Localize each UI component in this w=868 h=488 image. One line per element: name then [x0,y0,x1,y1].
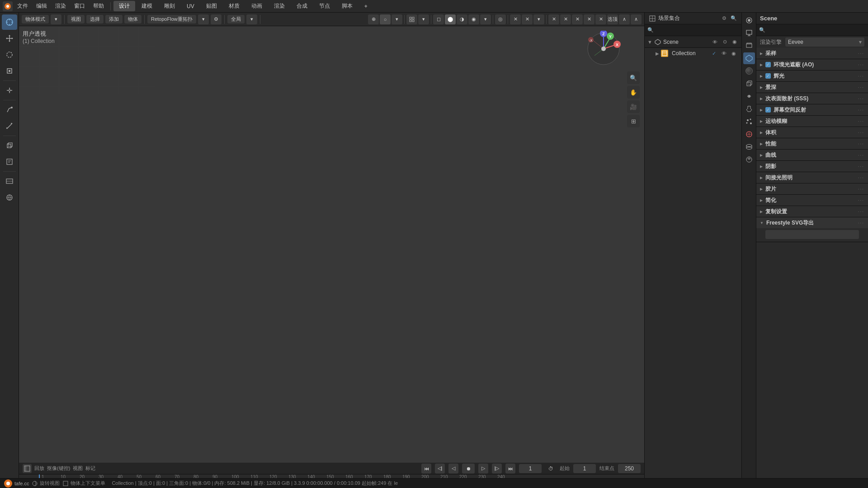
visibility-1[interactable]: ✕ [560,14,571,24]
viewport-mode-selector[interactable]: 物体模式 [22,15,49,23]
menu-edit[interactable]: 编辑 [33,1,51,11]
visibility-3[interactable]: ✕ [584,14,594,24]
section-film-header[interactable]: ▶ 胶片 ··· [756,183,868,194]
viewport-xray[interactable]: ◎ [495,14,506,24]
vp-grab[interactable]: ✋ [627,86,640,99]
tl-play-stop[interactable]: ⏺ [462,464,475,474]
render-engine-selector[interactable]: Eevee ▾ [785,38,864,47]
tool-move[interactable] [2,31,17,46]
section-curves-header[interactable]: ▶ 曲线 ··· [756,150,868,160]
viewport-object-menu[interactable]: 物体 [124,15,142,23]
visibility-4[interactable]: ✕ [595,14,606,24]
menu-window[interactable]: 窗口 [71,1,89,11]
tab-render-tab[interactable]: 渲染 [269,1,290,11]
tl-prev-keyframe[interactable]: ◁| [435,464,445,474]
scene-render[interactable]: ◉ [731,38,739,46]
menu-file[interactable]: 文件 [14,1,32,11]
section-volumetrics-header[interactable]: ▶ 体积 ··· [756,127,868,138]
select-top-btn[interactable]: 选顶 [607,14,618,24]
overlay-arrow[interactable]: ▾ [533,14,544,24]
viewport-snap-to-cursor[interactable]: ⊕ [368,14,379,24]
section-bloom-header[interactable]: ▶ ✓ 辉光 ··· [756,70,868,81]
prop-icon-data[interactable] [743,141,755,153]
prop-icon-modifiers[interactable] [743,103,755,115]
tool-measure[interactable] [2,118,17,134]
shading-solid[interactable]: ⬤ [445,14,456,24]
tab-uv[interactable]: UV [181,2,200,11]
tl-jump-start[interactable]: ⏮ [421,464,431,474]
global-selector[interactable]: 全局 [227,15,245,23]
vp-grid[interactable]: ⊞ [627,115,640,127]
current-frame-field[interactable]: 1 [519,464,542,473]
properties-search-input[interactable] [767,27,865,33]
timeline-keying-label[interactable]: 抠像(键控) [47,465,70,472]
overlay-toggle[interactable]: ✕ [522,14,533,24]
section-ssr-header[interactable]: ▶ ✓ 屏幕空间反射 ··· [756,104,868,115]
tool-cursor[interactable] [2,14,17,30]
vp-camera[interactable]: 🎥 [627,100,640,113]
blender-logo[interactable] [3,1,13,11]
tab-sculpt[interactable]: 雕刻 [159,1,180,11]
section-sampling-header[interactable]: ▶ 采样 ··· [756,48,868,59]
viewport-snap-arrow[interactable]: ▾ [418,14,429,24]
prop-icon-constraints[interactable] [743,90,755,102]
viewport-mode-arrow[interactable]: ▾ [51,14,61,24]
section-dof-header[interactable]: ▶ 景深 ··· [756,82,868,93]
collection-visibility[interactable]: ✓ [710,49,718,57]
viewport-proportional[interactable]: ○ [380,14,391,24]
tool-extra[interactable] [2,190,17,205]
viewport-view-menu[interactable]: 视图 [67,15,85,23]
tab-add[interactable]: + [359,2,373,11]
timeline-view-label[interactable]: 视图 [73,465,83,472]
scene-visibility-eye[interactable]: 👁 [711,38,719,46]
viewport-snap[interactable] [406,14,417,24]
shading-arrow[interactable]: ▾ [480,14,491,24]
shading-lpe[interactable]: ◑ [457,14,467,24]
retopo-settings[interactable]: ⚙ [211,14,222,24]
tl-end-frame[interactable]: 250 [618,464,641,473]
outliner-search-input[interactable] [654,28,739,33]
global-arrow[interactable]: ▾ [246,14,257,24]
navigation-gizmo[interactable]: X Y Z -X [585,31,622,67]
timeline-marker-label[interactable]: 标记 [85,465,95,472]
collection-item[interactable]: ▶ Collection ✓ 👁 ◉ [645,48,741,59]
tool-note[interactable] [2,154,17,169]
retopo-arrow[interactable]: ▾ [198,14,209,24]
tl-next-frame[interactable]: ▷ [478,464,488,474]
prop-icon-output[interactable] [743,27,755,39]
timeline-mode-icon[interactable] [23,464,32,473]
tl-next-keyframe[interactable]: |▷ [492,464,502,474]
section-freestyle-header[interactable]: ▼ Freestyle SVG导出 ··· [756,217,868,228]
section-ao-checkbox[interactable]: ✓ [765,62,771,67]
visibility-filter[interactable]: ✕ [548,14,559,24]
tl-start-frame[interactable]: 1 [573,464,596,473]
menu-help[interactable]: 帮助 [90,1,108,11]
outliner-filter-icon[interactable]: ⚙ [720,14,728,23]
shading-wire[interactable]: ◻ [433,14,444,24]
tab-script[interactable]: 脚本 [336,1,358,11]
tl-jump-end[interactable]: ⏭ [505,464,515,474]
tool-shapekey[interactable] [2,174,17,189]
tab-animation[interactable]: 动画 [246,1,268,11]
section-motion-blur-header[interactable]: ▶ 运动模糊 ··· [756,116,868,127]
tab-texture[interactable]: 贴图 [201,1,222,11]
section-shadows-header[interactable]: ▶ 阴影 ··· [756,161,868,172]
tl-prev-frame[interactable]: ◁ [448,464,458,474]
prop-icon-world[interactable] [743,65,755,77]
tab-material[interactable]: 材质 [223,1,245,11]
select-icon-1[interactable]: ∧ [619,14,630,24]
collection-eye[interactable]: 👁 [720,49,728,57]
viewport-proportional-arrow[interactable]: ▾ [392,14,402,24]
timeline-playback-label[interactable]: 回放 [34,465,44,472]
section-indirect-header[interactable]: ▶ 间接光照明 ··· [756,172,868,183]
tool-add-cube[interactable] [2,138,17,153]
scene-selectable[interactable]: ⊙ [721,38,729,46]
prop-icon-view-layer[interactable] [743,40,755,52]
tool-transform[interactable] [2,83,17,98]
gizmo-toggle[interactable]: ✕ [510,14,521,24]
collection-restrict[interactable]: ◉ [730,49,738,57]
prop-icon-material[interactable] [743,154,755,165]
prop-icon-scene[interactable] [743,52,755,64]
tab-nodes[interactable]: 节点 [314,1,335,11]
prop-icon-physics[interactable] [743,128,755,140]
